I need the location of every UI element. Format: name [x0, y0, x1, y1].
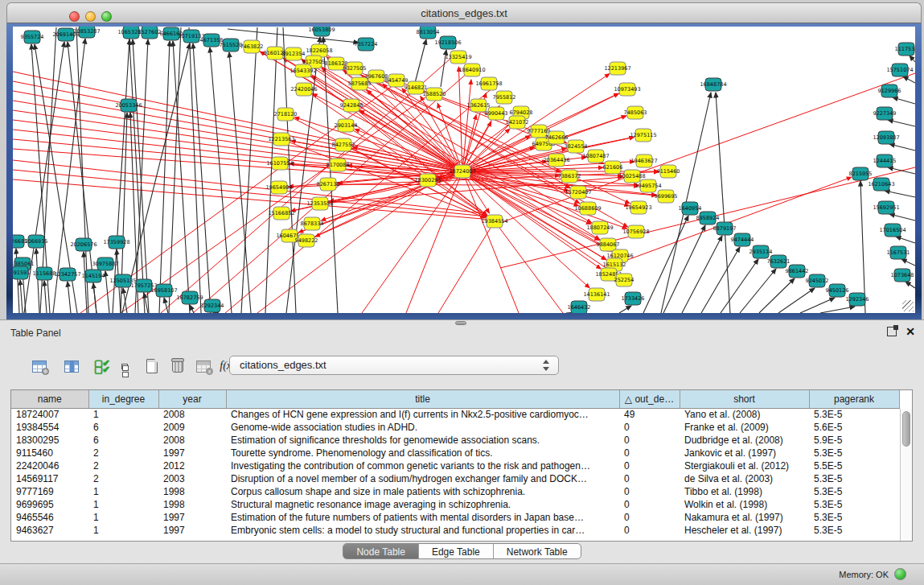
- column-header-name[interactable]: name: [11, 390, 88, 408]
- graph-node-9355724[interactable]: 9355724: [21, 31, 44, 43]
- table-cell[interactable]: 49: [619, 408, 680, 421]
- table-cell[interactable]: 1: [88, 524, 158, 537]
- graph-node-19463627[interactable]: 19463627: [630, 154, 657, 167]
- table-cell[interactable]: 1998: [158, 498, 226, 511]
- table-cell[interactable]: 1997: [158, 447, 226, 459]
- graph-node-7462666[interactable]: 7462666: [545, 131, 569, 144]
- graph-node-2718120[interactable]: 2718120: [274, 108, 298, 121]
- graph-node-15692951[interactable]: 15692951: [873, 201, 899, 214]
- table-cell[interactable]: 1997: [158, 511, 226, 524]
- table-cell[interactable]: 1: [88, 485, 158, 498]
- graph-node-19218506[interactable]: 19218506: [434, 36, 461, 49]
- graph-node-13325419[interactable]: 13325419: [445, 51, 471, 64]
- table-cell[interactable]: Hescheler et al. (1997): [680, 524, 809, 537]
- table-cell[interactable]: 6: [88, 421, 158, 434]
- table-cell[interactable]: 5.3E-5: [809, 498, 899, 511]
- graph-node-9227349[interactable]: 9227349: [873, 107, 897, 120]
- graph-node-8267130[interactable]: 8267130: [317, 178, 340, 191]
- graph-node-1640954[interactable]: 1640954: [679, 202, 702, 215]
- graph-node-8958924[interactable]: 8958924: [696, 212, 720, 225]
- table-cell[interactable]: 0: [619, 524, 680, 537]
- column-header-short[interactable]: short: [680, 390, 809, 408]
- column-header-pagerank[interactable]: pagerank: [809, 390, 899, 408]
- table-cell[interactable]: 5.3E-5: [809, 485, 899, 498]
- graph-node-5875685[interactable]: 5875685: [348, 77, 372, 90]
- graph-node-8678334[interactable]: 8678334: [301, 217, 324, 230]
- table-cell[interactable]: Tibbo et al. (1998): [680, 485, 809, 498]
- graph-node-16782759[interactable]: 16782759: [176, 291, 203, 304]
- graph-node-1073648[interactable]: 1073648: [891, 269, 914, 282]
- graph-node-9327505[interactable]: 9327505: [343, 62, 367, 75]
- table-row[interactable]: 946554611997Estimation of the future num…: [11, 511, 899, 524]
- table-row[interactable]: 1830029562008Estimation of significance …: [11, 434, 899, 447]
- table-cell[interactable]: Embryonic stem cells: a model to study s…: [226, 524, 619, 537]
- graph-node-1115688[interactable]: 1115688: [33, 267, 56, 280]
- table-cell[interactable]: 1997: [158, 524, 226, 537]
- graph-node-9245012[interactable]: 9245012: [806, 274, 829, 287]
- table-cell[interactable]: 5.6E-5: [809, 421, 899, 434]
- table-cell[interactable]: 2012: [158, 459, 226, 472]
- graph-node-10756928[interactable]: 10756928: [622, 225, 649, 238]
- table-cell[interactable]: 5.3E-5: [809, 524, 899, 537]
- show-columns-button[interactable]: [60, 354, 84, 378]
- table-cell[interactable]: 2: [88, 472, 158, 485]
- graph-node-9861442[interactable]: 9861442: [786, 265, 809, 278]
- graph-node-7386372[interactable]: 7386372: [558, 170, 581, 183]
- graph-node-15751074[interactable]: 15751074: [886, 64, 913, 76]
- graph-node-1421072[interactable]: 1421072: [506, 116, 529, 129]
- graph-node-7463822[interactable]: 7463822: [240, 40, 264, 53]
- graph-node-12975115[interactable]: 12975115: [630, 129, 656, 142]
- graph-node-1292344[interactable]: 1292344: [201, 299, 224, 312]
- table-cell[interactable]: Genome-wide association studies in ADHD.: [226, 421, 619, 434]
- graph-node-9699695[interactable]: 9699695: [655, 190, 678, 203]
- table-cell[interactable]: 9115460: [11, 447, 88, 459]
- graph-node-1527602[interactable]: 1527602: [138, 27, 162, 39]
- graph-node-20206576[interactable]: 20206576: [70, 238, 97, 251]
- graph-node-19654984[interactable]: 19654984: [265, 181, 292, 194]
- table-row[interactable]: 977716911998Corpus callosum shape and si…: [11, 485, 899, 498]
- table-row[interactable]: 1938455462009Genome-wide association stu…: [11, 421, 899, 434]
- float-panel-icon[interactable]: [887, 327, 897, 336]
- graph-node-252254[interactable]: 252254: [614, 274, 634, 286]
- table-cell[interactable]: 14569117: [11, 472, 88, 485]
- graph-node-12093887[interactable]: 12093887: [873, 131, 899, 144]
- graph-node-9474444[interactable]: 9474444: [731, 233, 754, 246]
- table-cell[interactable]: Franke et al. (2009): [680, 421, 809, 434]
- graph-node-8990443[interactable]: 8990443: [485, 107, 508, 120]
- graph-node-14136141[interactable]: 14136141: [583, 288, 610, 301]
- table-cell[interactable]: Yano et al. (2008): [680, 408, 809, 421]
- row-height-button[interactable]: [113, 354, 137, 378]
- graph-node-391591[interactable]: 391591: [13, 266, 30, 279]
- tab-node-table[interactable]: Node Table: [343, 544, 419, 559]
- table-row[interactable]: 911546021997Tourette syndrome. Phenomeno…: [11, 447, 899, 459]
- graph-node-7485063[interactable]: 7485063: [624, 106, 647, 119]
- graph-node-18640910[interactable]: 18640910: [458, 64, 485, 76]
- table-cell[interactable]: 9777169: [11, 485, 88, 498]
- graph-node-16961758[interactable]: 16961758: [475, 77, 502, 90]
- graph-node-16053809[interactable]: 16053809: [308, 27, 335, 36]
- table-cell[interactable]: 2: [88, 447, 158, 459]
- graph-node-1117534[interactable]: 1117534: [895, 43, 915, 56]
- delete-column-button[interactable]: [166, 354, 190, 378]
- graph-node-8170084[interactable]: 8170084: [326, 159, 350, 171]
- table-cell[interactable]: 2008: [158, 408, 226, 421]
- tab-edge-table[interactable]: Edge Table: [419, 544, 494, 559]
- graph-node-621606[interactable]: 621606: [603, 161, 623, 174]
- graph-node-5498222[interactable]: 5498222: [295, 234, 318, 247]
- table-cell[interactable]: 5.3E-5: [809, 408, 899, 421]
- table-mode-button[interactable]: [27, 354, 51, 378]
- graph-node-9242848[interactable]: 9242848: [340, 99, 363, 112]
- graph-node-9129966[interactable]: 9129966: [878, 84, 901, 97]
- graph-node-9115460[interactable]: 9115460: [657, 165, 680, 178]
- network-graph[interactable]: 1872400718300295193845547463822916012889…: [13, 27, 915, 313]
- table-cell[interactable]: 1: [88, 408, 158, 421]
- table-cell[interactable]: 0: [619, 421, 680, 434]
- table-cell[interactable]: 0: [619, 472, 680, 485]
- graph-node-1588520[interactable]: 1588520: [423, 88, 446, 101]
- graph-node-8215955[interactable]: 8215955: [849, 167, 873, 180]
- table-cell[interactable]: Estimation of significance thresholds fo…: [226, 434, 619, 447]
- create-column-button[interactable]: [140, 354, 164, 378]
- table-cell[interactable]: 19384554: [11, 421, 88, 434]
- column-header-in_degree[interactable]: in_degree: [88, 390, 158, 408]
- table-cell[interactable]: 0: [619, 459, 680, 472]
